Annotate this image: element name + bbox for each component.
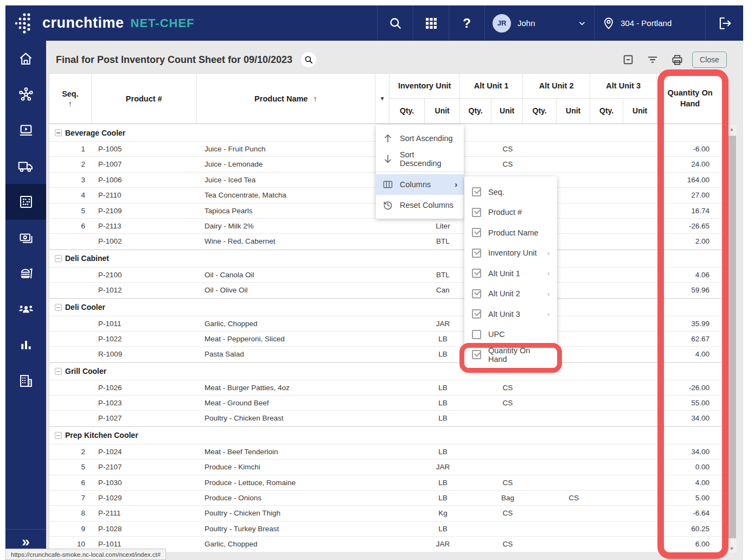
sidebar-item-company[interactable] [5, 363, 46, 399]
column-toggle-product-name[interactable]: Product Name [464, 222, 557, 243]
sidebar-item-team[interactable] [5, 291, 46, 327]
sidebar-item-menu-food[interactable] [5, 256, 46, 291]
header-product-name[interactable]: Product Name ↑ [197, 74, 376, 124]
header-a2-unit[interactable]: Unit [557, 99, 590, 124]
column-toggle-alt-unit-3[interactable]: Alt Unit 3› [464, 304, 557, 324]
header-alt-unit-3[interactable]: Alt Unit 3 [590, 74, 657, 99]
table-row[interactable]: P-1002Wine - Red, CabernetBTL2.00 [49, 234, 723, 249]
collapse-group-icon[interactable] [55, 304, 62, 311]
sidebar-item-reports[interactable] [5, 327, 46, 363]
logout-button[interactable] [705, 5, 743, 41]
header-a2-qty[interactable]: Qty. [523, 99, 557, 124]
column-toggle-seq-[interactable]: Seq. [464, 182, 557, 202]
sidebar-item-hub[interactable] [5, 77, 46, 112]
sidebar-item-cash[interactable] [5, 220, 46, 256]
header-alt-unit-1[interactable]: Alt Unit 1 [460, 74, 523, 99]
table-row[interactable]: 2P-1024Meat - Beef TenderloinLB34.00 [49, 444, 723, 460]
checkbox-checked-icon[interactable] [472, 309, 481, 319]
column-menu-trigger[interactable]: ▼ [375, 74, 389, 124]
column-toggle-inventory-unit[interactable]: Inventory Unit› [464, 243, 557, 264]
filter-button[interactable] [643, 50, 662, 69]
vertical-scrollbar[interactable]: ▲ ▼ [727, 125, 737, 553]
table-row[interactable]: P-1026Meat - Burger Patties, 4ozLBCS-26.… [49, 380, 723, 396]
column-toggle-alt-unit-2[interactable]: Alt Unit 2› [464, 284, 557, 304]
checkbox-checked-icon[interactable] [472, 249, 481, 258]
close-button[interactable]: Close [692, 52, 727, 68]
help-button[interactable]: ? [449, 5, 484, 41]
food-menu-icon [18, 266, 34, 281]
table-row[interactable]: P-2100Oil - Canola OilBTL4.06 [49, 268, 723, 283]
checkbox-checked-icon[interactable] [472, 289, 481, 298]
group-row[interactable]: Prep Kitchen Cooler [49, 427, 723, 444]
table-row[interactable]: 8P-2111Poultry - Chicken ThighKgCS-6.64 [49, 506, 723, 521]
checkbox-checked-icon[interactable] [472, 269, 481, 278]
cell-product: P-1006 [92, 173, 197, 187]
global-search-button[interactable] [377, 5, 413, 41]
column-toggle-alt-unit-1[interactable]: Alt Unit 1› [464, 263, 557, 284]
table-row[interactable]: R-1009Pasta SaladLB4.00 [49, 347, 723, 362]
header-a3-qty[interactable]: Qty. [590, 99, 623, 124]
group-row[interactable]: Deli Cabinet [49, 250, 723, 268]
scroll-down-icon[interactable]: ▼ [727, 544, 737, 553]
cell-product: P-1012 [92, 283, 197, 297]
checkbox-checked-icon[interactable] [472, 187, 481, 196]
checkbox-checked-icon[interactable] [472, 350, 481, 359]
collapse-group-icon[interactable] [55, 255, 62, 262]
search-icon [304, 55, 314, 65]
menu-item-sort-ascending[interactable]: Sort Ascending [376, 128, 464, 149]
header-a1-qty[interactable]: Qty. [460, 99, 491, 124]
column-toggle-upc[interactable]: UPC [464, 324, 557, 345]
collapse-group-icon[interactable] [55, 129, 62, 136]
collapse-group-icon[interactable] [55, 432, 62, 439]
sidebar-item-home[interactable] [5, 41, 46, 77]
cell-a2_unit [557, 203, 591, 218]
sidebar-item-training[interactable] [5, 112, 46, 148]
sidebar-item-inventory[interactable] [5, 184, 46, 220]
header-inventory-unit[interactable]: Inventory Unit [389, 74, 460, 99]
collapse-group-icon[interactable] [55, 368, 62, 375]
table-row[interactable]: 9P-1028Poultry - Turkey BreastLB60.25 [49, 521, 723, 537]
column-toggle-product-[interactable]: Product # [464, 202, 557, 223]
sidebar-item-delivery[interactable] [5, 148, 46, 184]
checkbox-checked-icon[interactable] [472, 228, 481, 237]
table-row[interactable]: P-1023Meat - Ground BeefLBCS55.00 [49, 396, 723, 411]
checkbox-unchecked-icon[interactable] [472, 330, 481, 339]
menu-item-columns[interactable]: Columns› [376, 174, 464, 195]
cell-a3_unit [624, 521, 657, 536]
apps-menu-button[interactable] [413, 5, 449, 41]
table-row[interactable]: 5P-2107Produce - KimchiJAR0.00 [49, 460, 723, 475]
table-row[interactable]: P-1012Oil - Olive OilCan59.96 [49, 283, 723, 298]
column-toggle-quantity-on-hand[interactable]: Quantity On Hand [464, 345, 557, 365]
scroll-up-icon[interactable]: ▲ [727, 125, 737, 133]
cell-qoh: 164.00 [657, 173, 724, 187]
header-a3-unit[interactable]: Unit [623, 99, 657, 124]
header-product-number[interactable]: Product # [92, 74, 197, 124]
table-row[interactable]: 6P-1030Produce - Lettuce, RomaineLBCS4.0… [49, 475, 723, 491]
table-row[interactable]: P-1027Poultry - Chicken BreastLB34.00 [49, 411, 723, 426]
location-selector[interactable]: 304 - Portland [594, 5, 705, 41]
header-quantity-on-hand[interactable]: Quantity On Hand [657, 74, 723, 124]
header-a1-unit[interactable]: Unit [491, 99, 523, 124]
header-iu-qty[interactable]: Qty. [389, 99, 425, 124]
collapse-groups-button[interactable] [619, 50, 637, 69]
cell-iu_qty [390, 234, 425, 249]
table-row[interactable]: 6P-2113Dairy - Milk 2%Liter-26.65 [49, 219, 723, 234]
cell-menu [376, 219, 390, 233]
table-row[interactable]: 7P-1029Produce - OnionsLBBagCS5.00 [49, 491, 723, 506]
scrollbar-thumb[interactable] [727, 136, 736, 538]
table-row[interactable]: P-1022Meat - Pepperoni, SlicedLB62.67 [49, 332, 723, 347]
header-iu-unit[interactable]: Unit [425, 99, 460, 124]
print-button[interactable] [668, 50, 686, 69]
header-alt-unit-2[interactable]: Alt Unit 2 [523, 74, 590, 99]
sheet-search-button[interactable] [301, 52, 316, 67]
checkbox-checked-icon[interactable] [472, 208, 481, 217]
group-row[interactable]: Grill Cooler [49, 362, 723, 380]
table-row[interactable]: P-1011Garlic, ChoppedJAR35.99 [49, 316, 723, 332]
cell-a3_unit [624, 475, 657, 490]
menu-item-reset-columns[interactable]: Reset Columns [376, 195, 464, 215]
menu-item-sort-descending[interactable]: Sort Descending [376, 149, 464, 169]
header-seq[interactable]: Seq. ↑ [49, 74, 92, 124]
group-row[interactable]: Deli Cooler [49, 298, 723, 316]
cell-qoh: 4.06 [657, 268, 724, 282]
user-menu[interactable]: JR John [484, 5, 594, 41]
